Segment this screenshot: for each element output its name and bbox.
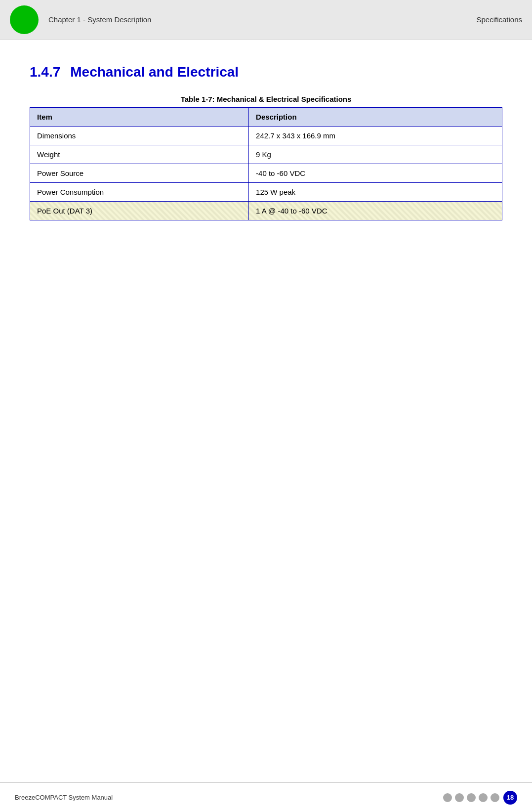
cell-item: PoE Out (DAT 3) (30, 202, 249, 220)
footer-dot-4 (479, 793, 488, 802)
cell-description: 9 Kg (249, 145, 502, 164)
col-header-item: Item (30, 108, 249, 127)
cell-description: 125 W peak (249, 183, 502, 202)
specs-label: Specifications (476, 15, 522, 24)
specs-table: Item Description Dimensions242.7 x 343 x… (30, 107, 502, 220)
table-row: Dimensions242.7 x 343 x 166.9 mm (30, 127, 502, 145)
chapter-circle-icon (10, 5, 39, 34)
main-content: 1.4.7Mechanical and Electrical Table 1-7… (0, 40, 532, 260)
section-title: 1.4.7Mechanical and Electrical (30, 64, 502, 80)
page-header: Chapter 1 - System Description Specifica… (0, 0, 532, 40)
footer-dot-2 (455, 793, 464, 802)
table-row: PoE Out (DAT 3)1 A @ -40 to -60 VDC (30, 202, 502, 220)
footer-dot-3 (467, 793, 476, 802)
table-caption: Table 1-7: Mechanical & Electrical Speci… (30, 95, 502, 103)
cell-item: Weight (30, 145, 249, 164)
footer-dot-5 (491, 793, 499, 802)
cell-item: Power Consumption (30, 183, 249, 202)
table-row: Weight9 Kg (30, 145, 502, 164)
cell-item: Dimensions (30, 127, 249, 145)
footer-right: 18 (443, 791, 517, 805)
cell-item: Power Source (30, 164, 249, 183)
table-row: Power Consumption125 W peak (30, 183, 502, 202)
cell-description: 242.7 x 343 x 166.9 mm (249, 127, 502, 145)
table-row: Power Source-40 to -60 VDC (30, 164, 502, 183)
section-number: 1.4.7 (30, 64, 60, 80)
footer-dot-1 (443, 793, 452, 802)
page-footer: BreezeCOMPACT System Manual 18 (0, 782, 532, 812)
table-header-row: Item Description (30, 108, 502, 127)
brand-name: BreezeCOMPACT System Manual (15, 794, 113, 801)
cell-description: -40 to -60 VDC (249, 164, 502, 183)
section-title-text: Mechanical and Electrical (70, 64, 239, 80)
cell-description: 1 A @ -40 to -60 VDC (249, 202, 502, 220)
chapter-label: Chapter 1 - System Description (48, 15, 476, 24)
col-header-description: Description (249, 108, 502, 127)
page-number: 18 (503, 791, 517, 805)
